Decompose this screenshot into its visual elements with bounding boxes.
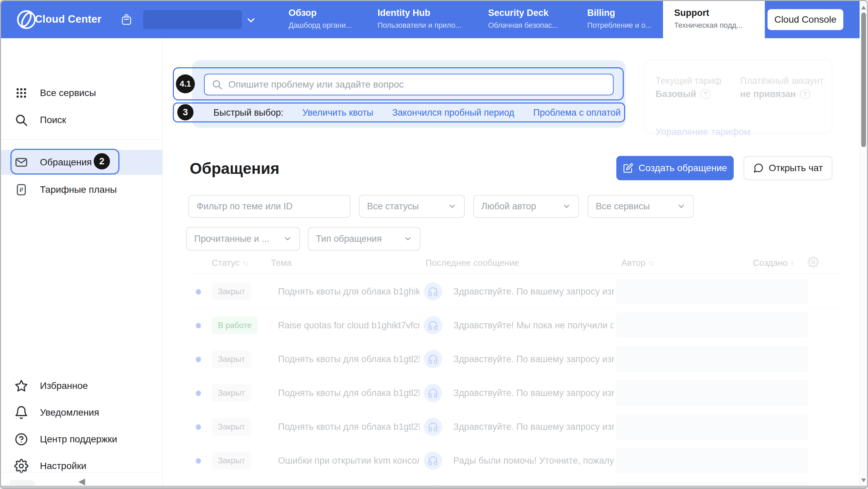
sidebar-item-all-services[interactable]: Все сервисы <box>1 81 162 105</box>
status-badge: В работе <box>212 317 258 334</box>
table-rows: Закрыт Поднять квоты для облака b1ghikt … <box>188 275 843 486</box>
sidebar-item-label: Обращения <box>40 157 92 168</box>
sort-up-icon[interactable]: ↑ <box>791 259 793 267</box>
filter-type-dropdown[interactable]: Тип обращения <box>308 227 420 251</box>
open-chat-button[interactable]: Открыть чат <box>744 156 832 180</box>
tab-identity-hub[interactable]: Identity Hub Пользователи и прило... <box>378 1 461 38</box>
open-chat-label: Открыть чат <box>769 163 823 173</box>
divider <box>730 72 730 103</box>
table-header: Статус ↑↓ Тема Последнее сообщение Автор… <box>188 253 843 274</box>
help-circle-icon[interactable]: ? <box>800 89 810 99</box>
filter-service-dropdown[interactable]: Все сервисы <box>588 195 694 218</box>
tab-title: Security Deck <box>488 8 558 18</box>
top-header-bar: Cloud Center Обзор Дашборд органи... Ide… <box>1 1 860 38</box>
billing-account-label: Платёжный аккаунт <box>740 74 824 87</box>
tab-subtitle: Дашборд органи... <box>289 21 352 30</box>
chevron-down-icon <box>399 234 412 243</box>
sidebar-item-pricing-plans[interactable]: ₽ Тарифные планы <box>1 178 162 202</box>
last-message-preview: Здравствуйте! Мы пока не получили от <box>453 320 614 331</box>
brand-title: Cloud Center <box>35 13 101 25</box>
sort-icon[interactable]: ↑↓ <box>242 259 248 267</box>
filter-topic-input[interactable]: Фильтр по теме или ID <box>188 195 350 218</box>
tab-support-active[interactable]: Support Техническая подд... <box>663 1 765 38</box>
chevron-down-icon <box>672 202 686 211</box>
filter-placeholder: Фильтр по теме или ID <box>197 201 293 212</box>
table-settings-gear-icon[interactable] <box>807 256 819 268</box>
scroll-up-arrow-icon[interactable] <box>861 6 866 9</box>
appeal-topic: Поднять квоты для облака b1gtl2k <box>278 354 419 365</box>
chat-bubble-icon <box>753 163 764 173</box>
table-row[interactable]: Закрыт Поднять квоты для облака b1gtl2k … <box>188 342 843 376</box>
column-label: Последнее сообщение <box>426 258 519 268</box>
author-created-blurred <box>616 482 808 486</box>
bell-icon <box>13 404 29 421</box>
chevron-down-icon[interactable] <box>245 15 257 26</box>
sidebar-item-label: Избранное <box>40 380 88 391</box>
window-bottom-edge <box>1 486 867 488</box>
support-headset-avatar-icon <box>424 350 442 368</box>
table-row[interactable]: Закрыт Поднять квоты для облака b1gtl2k … <box>188 376 843 410</box>
column-topic[interactable]: Тема <box>271 258 292 268</box>
manage-tariff-link[interactable]: Управление тарифом <box>656 126 751 137</box>
tab-subtitle: Пользователи и прило... <box>378 21 461 30</box>
filter-status-dropdown[interactable]: Все статусы <box>359 195 465 218</box>
quick-select-label: Быстрый выбор: <box>213 108 283 118</box>
sidebar-item-support-center[interactable]: Центр поддержки <box>1 427 162 451</box>
gear-icon <box>13 458 29 474</box>
column-label: Автор <box>621 258 645 268</box>
quick-select-row: Быстрый выбор: Увеличить квоты Закончилс… <box>213 103 621 122</box>
column-label: Создано <box>753 258 788 268</box>
scrollbar-thumb[interactable] <box>861 13 866 147</box>
table-row[interactable]: В работе Raise quotas for cloud b1ghikt7… <box>188 308 843 342</box>
status-badge: Закрыт <box>212 384 251 402</box>
create-appeal-button[interactable]: Создать обращение <box>616 156 734 180</box>
cloud-console-button[interactable]: Cloud Console <box>768 9 843 30</box>
grid-icon <box>13 85 29 101</box>
appeals-table: Статус ↑↓ Тема Последнее сообщение Автор… <box>163 253 860 486</box>
sidebar-item-search[interactable]: Поиск <box>1 108 162 132</box>
sort-icon[interactable]: ↑↓ <box>648 259 654 267</box>
sidebar-item-settings[interactable]: Настройки <box>1 454 162 478</box>
table-row[interactable]: Закрыт Ошибки при открытии kvm консол Ра… <box>188 444 843 478</box>
search-placeholder: Опишите проблему или задайте вопрос <box>228 79 404 90</box>
browser-window: Cloud Center Обзор Дашборд органи... Ide… <box>0 0 868 489</box>
column-author[interactable]: Автор ↑↓ <box>621 258 654 268</box>
svg-text:₽: ₽ <box>19 186 23 193</box>
table-row[interactable]: Закрыт Поднять квоты для облака b1ghikt … <box>188 275 843 308</box>
unread-dot-icon <box>196 357 201 362</box>
vertical-scrollbar[interactable] <box>860 1 867 486</box>
help-circle-icon[interactable]: ? <box>700 89 710 99</box>
tariff-card: Текущий тариф Базовый ? Платёжный аккаун… <box>644 60 832 133</box>
column-created[interactable]: Создано ↑ <box>753 258 793 268</box>
cloud-center-logo-icon <box>15 8 38 31</box>
sidebar-item-appeals-active[interactable]: Обращения <box>1 150 162 175</box>
column-label: Статус <box>212 258 239 268</box>
column-last-message[interactable]: Последнее сообщение <box>426 258 519 268</box>
support-search-input[interactable]: Опишите проблему или задайте вопрос <box>204 74 614 95</box>
table-row[interactable]: Закрыт Поднять квоты для облака b1gtl2k … <box>188 410 843 444</box>
sidebar-item-notifications[interactable]: Уведомления <box>1 400 162 425</box>
page-title: Обращения <box>190 159 279 178</box>
sidebar-item-favorites[interactable]: Избранное <box>1 374 162 398</box>
tab-security-deck[interactable]: Security Deck Облачная безопас... <box>488 1 558 38</box>
organization-name-blurred[interactable] <box>143 10 242 29</box>
table-row[interactable]: Закрыт Поднять квоты для облака b1gtl2k … <box>188 478 843 486</box>
appeal-topic: Ошибки при открытии kvm консол <box>278 456 419 466</box>
current-tariff-value: Базовый <box>656 87 696 101</box>
billing-account-value: не привязан <box>740 87 796 101</box>
left-sidebar: Все сервисы Поиск Обращения ₽ <box>1 38 163 486</box>
unread-dot-icon <box>196 289 201 295</box>
filter-read-dropdown[interactable]: Прочитанные и ... <box>186 227 300 251</box>
scroll-down-arrow-icon[interactable] <box>861 479 866 482</box>
column-status[interactable]: Статус ↑↓ <box>212 258 248 268</box>
quick-link-trial-ended[interactable]: Закончился пробный период <box>392 108 515 118</box>
tab-title: Billing <box>587 8 652 18</box>
briefcase-icon <box>119 13 134 27</box>
tab-overview[interactable]: Обзор Дашборд органи... <box>289 1 352 38</box>
quick-link-increase-quotas[interactable]: Увеличить квоты <box>302 108 373 118</box>
status-badge: Закрыт <box>212 350 251 368</box>
tab-subtitle: Облачная безопас... <box>488 21 558 30</box>
filter-author-dropdown[interactable]: Любой автор <box>473 195 579 218</box>
tab-billing[interactable]: Billing Потребление и о... <box>587 1 652 38</box>
quick-link-payment-problem[interactable]: Проблема с оплатой <box>533 108 621 118</box>
